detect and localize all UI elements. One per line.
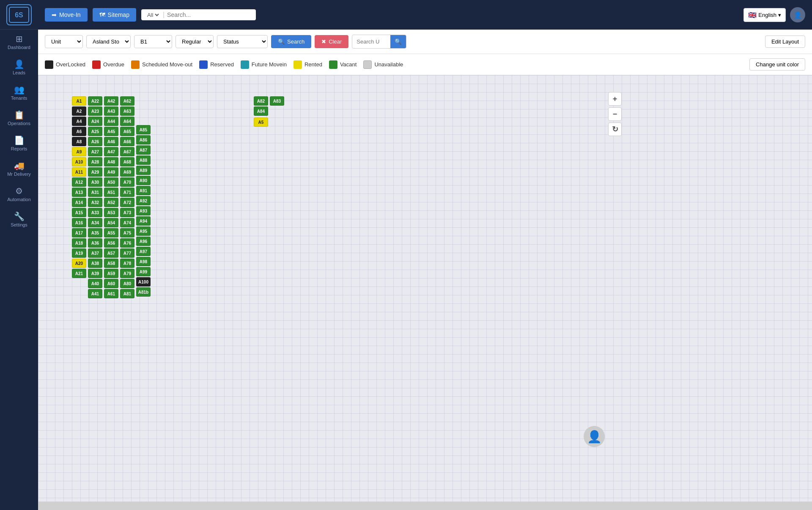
unit-cell[interactable]: A65 — [120, 127, 134, 136]
unit-cell[interactable]: A66 — [120, 137, 134, 146]
unit-cell[interactable]: A33 — [88, 208, 102, 217]
unit-cell[interactable]: A23 — [88, 106, 102, 116]
unit-cell[interactable]: A53 — [104, 208, 118, 217]
unit-cell[interactable]: A2 — [72, 106, 86, 116]
unit-cell[interactable]: A73 — [120, 208, 134, 217]
unit-cell[interactable]: A80 — [120, 279, 134, 288]
unit-cell[interactable]: A60 — [104, 279, 118, 288]
unit-cell[interactable]: A78 — [120, 259, 134, 268]
unit-cell[interactable]: A20 — [72, 259, 86, 268]
store-select[interactable]: Asland Sto — [86, 35, 131, 48]
unit-cell[interactable]: A26 — [88, 137, 102, 146]
unit-cell[interactable]: A41 — [88, 289, 102, 298]
unit-cell[interactable]: A92 — [136, 196, 151, 205]
unit-cell[interactable]: A96 — [136, 237, 151, 246]
search-filter-select[interactable]: All — [145, 11, 160, 19]
bottom-scrollbar[interactable] — [38, 502, 812, 510]
unit-cell[interactable]: A99 — [136, 267, 151, 276]
unit-cell[interactable]: A8 — [72, 137, 86, 146]
unit-cell[interactable]: A51 — [104, 188, 118, 197]
global-search-input[interactable] — [167, 11, 252, 18]
unit-cell[interactable]: A89 — [136, 166, 151, 175]
unit-cell[interactable]: A61 — [104, 289, 118, 298]
unit-cell[interactable]: A72 — [120, 198, 134, 207]
sitemap-button[interactable]: 🗺 Sitemap — [93, 8, 136, 22]
sidebar-item-automation[interactable]: ⚙ Automation — [0, 182, 38, 207]
unit-cell[interactable]: A34 — [88, 218, 102, 227]
unit-cell[interactable]: A25 — [88, 127, 102, 136]
unit-cell[interactable]: A81b — [136, 287, 151, 297]
unit-cell[interactable]: A49 — [104, 167, 118, 177]
map-area[interactable]: + − ↻ 👤 A1A2A4A6A8A9A10A11A12A13A14A15A1… — [38, 75, 812, 502]
unit-cell[interactable]: A19 — [72, 248, 86, 258]
sidebar-item-mrdelivery[interactable]: 🚚 Mr Delivery — [0, 156, 38, 182]
unit-cell[interactable]: A38 — [88, 259, 102, 268]
unit-cell[interactable]: A11 — [72, 167, 86, 177]
unit-cell[interactable]: A87 — [136, 145, 151, 155]
unit-cell[interactable]: A30 — [88, 177, 102, 187]
unit-cell[interactable]: A1 — [72, 96, 86, 106]
unit-cell[interactable]: A86 — [136, 135, 151, 145]
sidebar-item-leads[interactable]: 👤 Leads — [0, 55, 38, 80]
unit-cell[interactable]: A17 — [72, 228, 86, 237]
unit-cell[interactable]: A15 — [72, 208, 86, 217]
unit-cell[interactable]: A57 — [104, 248, 118, 258]
unit-cell[interactable]: A35 — [88, 228, 102, 237]
unit-cell[interactable]: A22 — [88, 96, 102, 106]
unit-type-select[interactable]: Unit — [45, 35, 83, 48]
unit-cell[interactable]: A29 — [88, 167, 102, 177]
unit-cell[interactable]: A55 — [104, 228, 118, 237]
unit-cell[interactable]: A88 — [136, 155, 151, 165]
sidebar-item-settings[interactable]: 🔧 Settings — [0, 207, 38, 232]
unit-cell[interactable]: A68 — [120, 157, 134, 166]
type-select[interactable]: Regular — [176, 35, 214, 48]
unit-cell[interactable]: A13 — [72, 188, 86, 197]
search-unit-button[interactable]: 🔍 — [390, 35, 406, 48]
unit-cell[interactable]: A94 — [136, 216, 151, 226]
movein-button[interactable]: ➡ Move-In — [45, 8, 88, 22]
unit-cell[interactable]: A43 — [104, 106, 118, 116]
unit-cell[interactable]: A32 — [88, 198, 102, 207]
zoom-reset-button[interactable]: ↻ — [608, 123, 622, 136]
unit-cell[interactable]: A74 — [120, 218, 134, 227]
unit-cell[interactable]: A91 — [136, 186, 151, 195]
sidebar-item-tenants[interactable]: 👥 Tenants — [0, 80, 38, 106]
unit-cell[interactable]: A42 — [104, 96, 118, 106]
unit-cell[interactable]: A83 — [270, 96, 284, 106]
unit-cell[interactable]: A77 — [120, 248, 134, 258]
unit-cell[interactable]: A76 — [120, 238, 134, 248]
sidebar-item-dashboard[interactable]: ⊞ Dashboard — [0, 30, 38, 55]
unit-cell[interactable]: A44 — [104, 117, 118, 126]
unit-cell[interactable]: A62 — [120, 96, 134, 106]
unit-cell[interactable]: A24 — [88, 117, 102, 126]
search-button[interactable]: 🔍 Search — [271, 35, 311, 48]
unit-cell[interactable]: A48 — [104, 157, 118, 166]
unit-cell[interactable]: A84 — [254, 106, 268, 116]
unit-cell[interactable]: A37 — [88, 248, 102, 258]
unit-cell[interactable]: A82 — [254, 96, 268, 106]
unit-cell[interactable]: A9 — [72, 147, 86, 156]
change-color-button[interactable]: Change unit color — [749, 58, 805, 71]
unit-cell[interactable]: A10 — [72, 157, 86, 166]
unit-cell[interactable]: A59 — [104, 269, 118, 278]
unit-cell[interactable]: A5 — [254, 117, 268, 127]
unit-cell[interactable]: A64 — [120, 117, 134, 126]
unit-cell[interactable]: A75 — [120, 228, 134, 237]
unit-cell[interactable]: A4 — [72, 117, 86, 126]
avatar[interactable]: 👤 — [790, 7, 805, 22]
zoom-out-button[interactable]: − — [608, 107, 622, 121]
unit-cell[interactable]: A40 — [88, 279, 102, 288]
unit-cell[interactable]: A21 — [72, 269, 86, 278]
unit-cell[interactable]: A90 — [136, 176, 151, 185]
unit-cell[interactable]: A47 — [104, 147, 118, 156]
unit-cell[interactable]: A36 — [88, 238, 102, 248]
status-select[interactable]: Status — [217, 35, 268, 48]
unit-cell[interactable]: A93 — [136, 206, 151, 215]
sidebar-item-reports[interactable]: 📄 Reports — [0, 131, 38, 156]
unit-cell[interactable]: A63 — [120, 106, 134, 116]
unit-cell[interactable]: A98 — [136, 257, 151, 266]
unit-cell[interactable]: A31 — [88, 188, 102, 197]
search-unit-input[interactable] — [352, 36, 390, 47]
unit-cell[interactable]: A45 — [104, 127, 118, 136]
unit-cell[interactable]: A79 — [120, 269, 134, 278]
